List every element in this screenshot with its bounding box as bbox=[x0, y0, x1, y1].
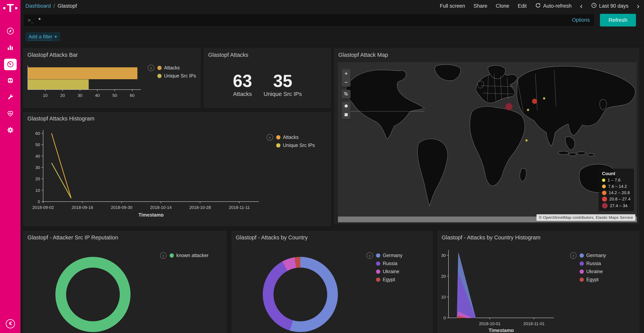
zoom-in-button[interactable]: + bbox=[342, 69, 350, 78]
share-button[interactable]: Share bbox=[474, 3, 488, 9]
legend: › GermanyRussiaUkraineEgypt bbox=[570, 245, 606, 332]
metric-value: 63 bbox=[233, 72, 252, 90]
legend: › GermanyRussiaUkraineEgypt bbox=[366, 245, 402, 333]
legend-item[interactable]: known attacker bbox=[170, 253, 208, 258]
legend-item[interactable]: Russia bbox=[376, 261, 402, 266]
clock-icon bbox=[591, 3, 597, 10]
zoom-out-button[interactable]: − bbox=[342, 78, 350, 87]
legend-item[interactable]: Germany bbox=[376, 253, 402, 258]
attacks-histogram-chart[interactable]: 01020304050602018-09-022018-09-162018-09… bbox=[27, 126, 266, 217]
sidebar: T bbox=[0, 0, 20, 333]
legend-toggle-icon[interactable]: › bbox=[160, 252, 166, 259]
metric-group: 63Attacks35Unique Src IPs bbox=[204, 72, 330, 97]
legend-item[interactable]: Ukraine bbox=[376, 269, 402, 274]
map-legend: Count 1 – 7.67.6 – 14.214.2 – 20.820.8 –… bbox=[598, 169, 634, 211]
legend-label: 20.8 – 27.4 bbox=[609, 197, 630, 202]
query-options-link[interactable]: Options bbox=[572, 17, 590, 23]
app-window: T bbox=[0, 0, 644, 333]
map-attribution[interactable]: © OpenStreetMap contributors, Elastic Ma… bbox=[536, 214, 636, 221]
panel-title: Glastopf Attacks Histogram bbox=[24, 112, 330, 124]
legend-item[interactable]: Ukraine bbox=[580, 269, 606, 274]
legend-label: Unique Src IPs bbox=[164, 73, 196, 79]
refresh-button[interactable]: Refresh bbox=[600, 14, 636, 27]
map-marker[interactable] bbox=[525, 139, 528, 142]
refresh-cycle-icon bbox=[535, 3, 541, 10]
clone-button[interactable]: Clone bbox=[496, 3, 510, 9]
polygon-tool-button[interactable] bbox=[342, 102, 350, 111]
map-marker[interactable] bbox=[505, 103, 513, 111]
legend-item[interactable]: Germany bbox=[580, 253, 606, 258]
time-range-picker[interactable]: Last 90 days bbox=[591, 3, 628, 10]
svg-text:30: 30 bbox=[78, 93, 82, 98]
legend-item[interactable]: Unique Src IPs bbox=[157, 73, 196, 79]
collapse-sidebar-button[interactable] bbox=[6, 319, 15, 328]
legend-dot bbox=[276, 135, 280, 139]
time-back-chevron[interactable]: ‹ bbox=[580, 2, 582, 10]
crop-tool-button[interactable] bbox=[342, 90, 350, 99]
ip-reputation-donut[interactable] bbox=[51, 252, 135, 333]
svg-text:2018-09-02: 2018-09-02 bbox=[32, 205, 54, 210]
legend-item[interactable]: Attacks bbox=[157, 65, 196, 71]
full-screen-button[interactable]: Full screen bbox=[440, 3, 465, 9]
legend-dot bbox=[376, 253, 380, 258]
svg-text:40: 40 bbox=[36, 154, 40, 159]
sidebar-item-management[interactable] bbox=[4, 125, 17, 136]
breadcrumb-dashboard-link[interactable]: Dashboard bbox=[26, 3, 51, 9]
svg-text:Timestamp: Timestamp bbox=[488, 328, 514, 332]
auto-refresh-button[interactable]: Auto-refresh bbox=[535, 3, 572, 10]
panel-title: Glastopf - Attacks by Country bbox=[232, 231, 432, 243]
bar-chart-icon bbox=[6, 44, 14, 52]
breadcrumb-current: Glastopf bbox=[58, 3, 77, 9]
map-marker[interactable] bbox=[543, 97, 546, 100]
legend-dot bbox=[376, 269, 380, 274]
country-histogram-chart[interactable]: 01020302018-10-012018-11-01Timestamp bbox=[439, 248, 566, 332]
legend-dot bbox=[376, 261, 380, 266]
legend-dot bbox=[157, 66, 162, 70]
search-input[interactable]: >_ * Options bbox=[24, 14, 594, 27]
logo-dot bbox=[15, 7, 17, 9]
sidebar-item-dashboard[interactable] bbox=[4, 59, 17, 70]
sidebar-item-monitoring[interactable] bbox=[4, 108, 17, 120]
map-marker[interactable] bbox=[527, 109, 530, 111]
map-marker[interactable] bbox=[532, 99, 537, 104]
attacks-bar-chart[interactable]: 102030405060 bbox=[26, 63, 145, 102]
svg-text:50: 50 bbox=[36, 142, 40, 147]
map-canvas[interactable]: + − Count 1 – 7.67.6 – 14.214.2 – 20.820… bbox=[338, 62, 637, 222]
sidebar-item-discover[interactable] bbox=[4, 26, 17, 37]
svg-text:50: 50 bbox=[112, 93, 117, 98]
sidebar-item-timelion[interactable] bbox=[4, 75, 17, 87]
legend: › AttacksUnique Src IPs bbox=[148, 63, 196, 102]
rectangle-tool-button[interactable] bbox=[342, 111, 350, 119]
legend-item[interactable]: Egypt bbox=[580, 277, 606, 282]
legend-dot bbox=[580, 269, 584, 274]
panel-attacks-metric: Glastopf Attacks 63Attacks35Unique Src I… bbox=[204, 49, 330, 108]
legend-item[interactable]: Russia bbox=[580, 261, 606, 266]
chevron-left-icon bbox=[8, 321, 12, 327]
telekom-logo[interactable]: T bbox=[3, 2, 17, 14]
legend-toggle-icon[interactable]: › bbox=[366, 252, 373, 259]
legend-label: 27.4 – 34 bbox=[610, 203, 628, 208]
panel-title: Glastopf Attack Map bbox=[334, 49, 639, 60]
legend-dot bbox=[170, 253, 174, 258]
time-forward-chevron[interactable]: › bbox=[637, 2, 640, 10]
svg-text:20: 20 bbox=[441, 274, 446, 279]
legend-dot bbox=[580, 261, 584, 266]
sidebar-item-visualize[interactable] bbox=[4, 42, 17, 54]
svg-text:2018-11-01: 2018-11-01 bbox=[523, 321, 544, 326]
edit-button[interactable]: Edit bbox=[518, 3, 527, 9]
svg-text:0: 0 bbox=[444, 315, 446, 320]
sidebar-item-dev-tools[interactable] bbox=[4, 92, 17, 103]
metric-label: Unique Src IPs bbox=[264, 91, 302, 97]
legend-item[interactable]: Unique Src IPs bbox=[276, 143, 315, 148]
pentagon-icon bbox=[344, 103, 348, 110]
legend-item[interactable]: Egypt bbox=[376, 277, 402, 282]
legend-item[interactable]: Attacks bbox=[276, 134, 315, 140]
map-markers bbox=[338, 62, 637, 222]
legend-toggle-icon[interactable]: › bbox=[266, 134, 273, 141]
attacks-by-country-donut[interactable] bbox=[258, 252, 342, 333]
legend-toggle-icon[interactable]: › bbox=[148, 65, 154, 71]
legend-toggle-icon[interactable]: › bbox=[570, 252, 576, 259]
legend-label: 14.2 – 20.8 bbox=[609, 190, 630, 195]
add-filter-button[interactable]: Add a filter+ bbox=[26, 32, 60, 41]
svg-text:2018-10-14: 2018-10-14 bbox=[150, 205, 172, 210]
